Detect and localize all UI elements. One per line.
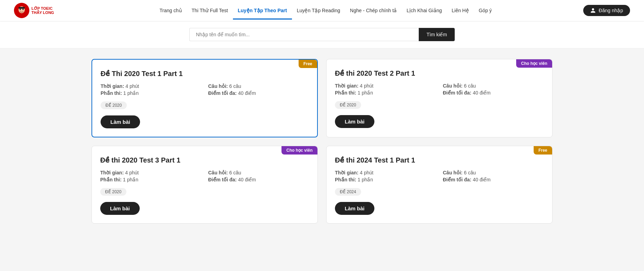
search-input[interactable] bbox=[189, 28, 419, 41]
card-title: Đề Thi 2020 Test 1 Part 1 bbox=[101, 69, 309, 78]
login-button[interactable]: Đăng nhập bbox=[583, 5, 630, 16]
card-badge: Free bbox=[299, 60, 317, 68]
nav-lich-khai-giang[interactable]: Lịch Khai Giảng bbox=[402, 1, 447, 20]
card-title: Đề thi 2020 Test 2 Part 1 bbox=[335, 69, 544, 77]
lam-bai-button[interactable]: Làm bài bbox=[335, 115, 374, 128]
card-time-label: Thời gian: 4 phút bbox=[335, 170, 436, 175]
card-max-score-label: Điểm tối đa: 40 điểm bbox=[208, 177, 309, 182]
test-card: Free Đề Thi 2020 Test 1 Part 1 Thời gian… bbox=[92, 59, 318, 137]
logo-line1: LỚP TOEIC bbox=[31, 6, 54, 10]
svg-point-2 bbox=[20, 9, 21, 10]
nav-lien-he[interactable]: Liên Hệ bbox=[447, 1, 474, 20]
card-questions-label: Câu hỏi: 6 câu bbox=[443, 170, 544, 175]
nav-trang-chu[interactable]: Trang chủ bbox=[155, 1, 187, 20]
card-badge: Free bbox=[534, 146, 552, 155]
card-questions-label: Câu hỏi: 6 câu bbox=[208, 170, 309, 175]
card-max-score-label: Điểm tối đa: 40 điểm bbox=[443, 90, 544, 96]
card-badge: Cho học viên bbox=[281, 146, 317, 155]
search-container: Tìm kiếm bbox=[189, 28, 455, 41]
svg-point-3 bbox=[22, 9, 24, 10]
card-meta: Thời gian: 4 phút Câu hỏi: 6 câu Phần th… bbox=[101, 83, 309, 96]
lam-bai-button[interactable]: Làm bài bbox=[101, 115, 140, 128]
nav-thi-thu-full-test[interactable]: Thi Thử Full Test bbox=[187, 1, 233, 20]
card-time-label: Thời gian: 4 phút bbox=[101, 83, 201, 89]
logo[interactable]: LỚP TOEIC THẦY LONG bbox=[14, 3, 54, 18]
card-tag: ĐỀ 2024 bbox=[335, 188, 361, 196]
nav-links: Trang chủ Thi Thử Full Test Luyện Tập Th… bbox=[68, 1, 584, 20]
test-card: Cho học viên Đề thi 2020 Test 2 Part 1 T… bbox=[326, 59, 552, 137]
card-tag: ĐỀ 2020 bbox=[335, 101, 361, 109]
person-icon bbox=[590, 8, 596, 13]
logo-text: LỚP TOEIC THẦY LONG bbox=[31, 6, 54, 15]
card-questions-label: Câu hỏi: 6 câu bbox=[443, 83, 544, 89]
card-parts-label: Phần thi: 1 phần bbox=[335, 90, 436, 96]
card-max-score-label: Điểm tối đa: 40 điểm bbox=[443, 177, 544, 182]
card-max-score-label: Điểm tối đa: 40 điểm bbox=[208, 90, 309, 96]
test-card: Cho học viên Đề thi 2020 Test 3 Part 1 T… bbox=[92, 146, 318, 224]
card-time-label: Thời gian: 4 phút bbox=[335, 83, 436, 89]
card-time-label: Thời gian: 4 phút bbox=[100, 170, 201, 175]
navbar: LỚP TOEIC THẦY LONG Trang chủ Thi Thử Fu… bbox=[0, 0, 644, 21]
nav-nghe-chep-chinh-ta[interactable]: Nghe - Chép chính tả bbox=[345, 1, 402, 20]
card-parts-label: Phần thi: 1 phần bbox=[335, 177, 436, 182]
lam-bai-button[interactable]: Làm bài bbox=[335, 202, 374, 215]
card-tag: ĐỀ 2020 bbox=[100, 188, 126, 196]
card-meta: Thời gian: 4 phút Câu hỏi: 6 câu Phần th… bbox=[335, 170, 544, 182]
card-tag: ĐỀ 2020 bbox=[101, 101, 127, 109]
search-section: Tìm kiếm bbox=[0, 21, 644, 48]
search-button[interactable]: Tìm kiếm bbox=[419, 28, 455, 41]
card-questions-label: Câu hỏi: 6 câu bbox=[208, 83, 309, 89]
logo-icon bbox=[14, 3, 29, 18]
test-card: Free Đề thi 2024 Test 1 Part 1 Thời gian… bbox=[326, 146, 552, 224]
svg-rect-4 bbox=[19, 7, 25, 9]
logo-line2: THẦY LONG bbox=[31, 10, 54, 15]
card-title: Đề thi 2020 Test 3 Part 1 bbox=[100, 156, 309, 164]
login-label: Đăng nhập bbox=[599, 8, 623, 13]
card-meta: Thời gian: 4 phút Câu hỏi: 6 câu Phần th… bbox=[335, 83, 544, 96]
cards-grid: Free Đề Thi 2020 Test 1 Part 1 Thời gian… bbox=[92, 59, 552, 224]
nav-luyen-tap-theo-part[interactable]: Luyện Tập Theo Part bbox=[233, 1, 292, 20]
card-badge: Cho học viên bbox=[516, 59, 552, 68]
card-meta: Thời gian: 4 phút Câu hỏi: 6 câu Phần th… bbox=[100, 170, 309, 182]
cards-section: Free Đề Thi 2020 Test 1 Part 1 Thời gian… bbox=[78, 48, 566, 234]
card-parts-label: Phần thi: 1 phần bbox=[100, 177, 201, 182]
nav-luyen-tap-reading[interactable]: Luyện Tập Reading bbox=[292, 1, 345, 20]
nav-gop-y[interactable]: Góp ý bbox=[474, 1, 497, 20]
lam-bai-button[interactable]: Làm bài bbox=[100, 202, 140, 215]
logo-face-icon bbox=[15, 3, 29, 17]
card-title: Đề thi 2024 Test 1 Part 1 bbox=[335, 156, 544, 164]
card-parts-label: Phần thi: 1 phần bbox=[101, 90, 201, 96]
